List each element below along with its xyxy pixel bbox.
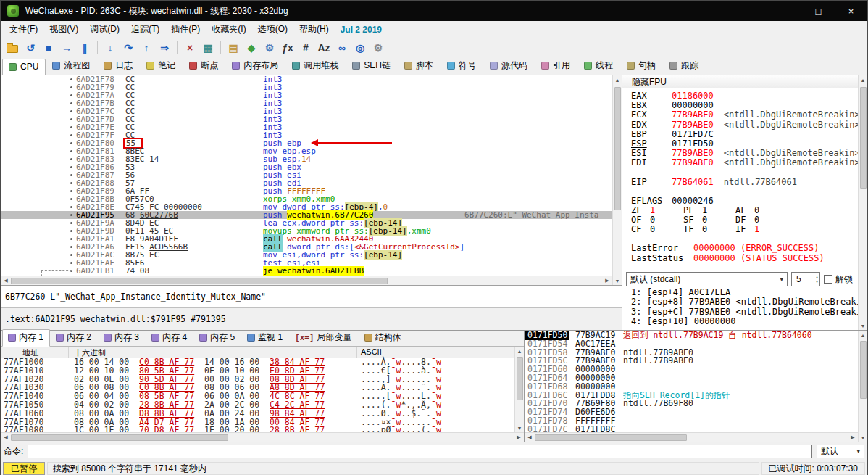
stack-row[interactable]: 0171FD5077B9AC19返回到 ntdll.77B9AC19 自 ntd…: [525, 331, 858, 340]
tab-dump-1[interactable]: 内存 1: [2, 329, 50, 347]
register-row[interactable]: EDI77B9ABE0<ntdll.DbgUiRemoteBreakin>: [631, 158, 858, 168]
horizontal-scrollbar[interactable]: ◀▶: [525, 432, 858, 442]
scroll-arrow-icon[interactable]: ▼: [613, 276, 622, 285]
tab-struct[interactable]: 结构体: [359, 329, 408, 347]
memory-row[interactable]: 77AF10801C 00 1E 0070 D8 AF 771E 00 20 0…: [1, 426, 514, 432]
stack-row[interactable]: 0171FD5877B9ABE0ntdll.77B9ABE0: [525, 349, 858, 358]
attach-button[interactable]: ∞: [333, 39, 351, 56]
stack-row[interactable]: 0171FD74D60FE6D6: [525, 408, 858, 417]
register-row[interactable]: LastStatus00000000 (STATUS_SUCCESS): [631, 254, 858, 263]
menu-item[interactable]: 插件(P): [165, 21, 206, 38]
tab-handles[interactable]: 句柄: [620, 57, 663, 75]
menu-item[interactable]: 视图(V): [43, 21, 84, 38]
exceptions-button[interactable]: ◆: [243, 39, 260, 56]
column-header-ascii[interactable]: ASCII: [357, 347, 514, 358]
settings-button[interactable]: ⚙: [261, 39, 278, 56]
tab-dump-4[interactable]: 内存 4: [146, 329, 193, 347]
stack-row[interactable]: 0171FD7C0171FD8C: [525, 426, 858, 432]
patches-button[interactable]: ▤: [225, 39, 242, 56]
run-button[interactable]: →: [58, 39, 75, 56]
step-into-button[interactable]: ↓: [101, 39, 119, 56]
scroll-arrow-icon[interactable]: ▼: [859, 321, 867, 330]
tab-graph[interactable]: 流程图: [46, 57, 97, 75]
tab-notes[interactable]: 笔记: [140, 57, 183, 75]
argument-row[interactable]: 4: [esp+10] 00000000: [631, 317, 858, 326]
stack-row[interactable]: 0171FD78FFFFFFFF: [525, 417, 858, 426]
scroll-arrow-icon[interactable]: ◀: [1, 433, 11, 442]
argument-row[interactable]: 1: [esp+4] A0C17EEA: [631, 288, 858, 297]
scroll-thumb[interactable]: [11, 434, 228, 441]
tab-cpu[interactable]: CPU: [2, 59, 46, 75]
minimize-button[interactable]: —: [769, 1, 802, 21]
command-input[interactable]: [28, 445, 812, 458]
stack-row[interactable]: 0171FD6C0171FDD8指向SEH_Record[1]的指针: [525, 392, 858, 400]
scroll-arrow-icon[interactable]: ▲: [515, 347, 524, 355]
scroll-arrow-icon[interactable]: ▶: [514, 433, 524, 442]
register-row[interactable]: ECX77B9ABE0<ntdll.DbgUiRemoteBreakin>: [631, 110, 858, 120]
scroll-thumb[interactable]: [535, 434, 687, 441]
scroll-arrow-icon[interactable]: ▼: [515, 424, 524, 432]
scroll-arrow-icon[interactable]: ▲: [859, 75, 867, 84]
tab-call-stack[interactable]: 调用堆栈: [285, 57, 346, 75]
vertical-scrollbar[interactable]: ▲▼: [858, 331, 867, 442]
vertical-scrollbar[interactable]: ▲▼: [858, 75, 867, 330]
stack-row[interactable]: 0171FD54A0C17EEA: [525, 340, 858, 349]
stack-row[interactable]: 0171FD7077B69F80ntdll.77B69F80: [525, 400, 858, 408]
calling-convention-select[interactable]: 默认 (stdcall) ▾: [626, 272, 788, 286]
scroll-arrow-icon[interactable]: ◀: [1, 276, 11, 285]
search-button[interactable]: ◎: [351, 39, 369, 56]
stack-row[interactable]: 0171FD6000000000: [525, 365, 858, 374]
memory-map-button[interactable]: ▦: [199, 39, 217, 56]
tab-locals[interactable]: [x=]局部变量: [289, 329, 359, 347]
menu-item[interactable]: 帮助(H): [293, 21, 335, 38]
tab-dump-3[interactable]: 内存 3: [98, 329, 146, 347]
scroll-thumb[interactable]: [517, 357, 523, 400]
scroll-thumb[interactable]: [614, 87, 621, 210]
step-over-button[interactable]: ↷: [120, 39, 137, 56]
scroll-arrow-icon[interactable]: ▲: [613, 75, 622, 84]
scroll-thumb[interactable]: [860, 87, 867, 189]
maximize-button[interactable]: □: [802, 1, 835, 21]
scroll-thumb[interactable]: [860, 341, 867, 399]
preferences-button[interactable]: ⚙: [370, 39, 387, 56]
run-to-user-code-button[interactable]: ⇒: [156, 39, 173, 56]
argument-row[interactable]: 3: [esp+C] 77B9ABE0 <ntdll.DbgUiRemoteBr…: [631, 307, 858, 317]
pause-button[interactable]: ∥: [76, 39, 93, 56]
menu-item[interactable]: 调试(D): [84, 21, 125, 38]
vertical-scrollbar[interactable]: ▲▼: [612, 75, 622, 285]
strings-button[interactable]: Az: [315, 39, 333, 56]
flags-row[interactable]: CF0TF0IF1: [631, 225, 858, 234]
menu-item[interactable]: 文件(F): [4, 21, 43, 38]
execute-till-return-button[interactable]: ↑: [138, 39, 155, 56]
args-count-stepper[interactable]: 5 ▴▾: [791, 272, 820, 286]
scroll-thumb[interactable]: [11, 278, 388, 284]
horizontal-scrollbar[interactable]: ◀▶: [1, 432, 524, 442]
open-file-button[interactable]: [4, 39, 21, 56]
scroll-arrow-icon[interactable]: ▼: [859, 433, 867, 442]
register-row[interactable]: EDX77B9ABE0<ntdll.DbgUiRemoteBreakin>: [631, 120, 858, 130]
column-header-address[interactable]: 地址: [1, 347, 69, 358]
stack-row[interactable]: 0171FD6800000000: [525, 383, 858, 392]
tab-references[interactable]: 引用: [535, 57, 577, 75]
tab-watch-1[interactable]: 监视 1: [241, 329, 289, 347]
restart-button[interactable]: ↺: [22, 39, 39, 56]
close-button[interactable]: ×: [835, 1, 867, 21]
tab-source[interactable]: 源代码: [483, 57, 535, 75]
unlock-checkbox[interactable]: 解锁: [824, 273, 854, 286]
scroll-arrow-icon[interactable]: ▲: [859, 331, 867, 339]
tab-log[interactable]: 日志: [97, 57, 140, 75]
vertical-scrollbar[interactable]: ▲▼: [514, 347, 524, 432]
register-row[interactable]: EBP0171FD7C: [631, 130, 858, 139]
tab-seh[interactable]: SEH链: [346, 57, 398, 75]
close-process-button[interactable]: ×: [181, 39, 199, 56]
menu-item[interactable]: 收藏夹(I): [206, 21, 251, 38]
tab-breakpoints[interactable]: 断点: [183, 57, 225, 75]
scroll-arrow-icon[interactable]: ▶: [848, 433, 858, 442]
tab-dump-5[interactable]: 内存 5: [193, 329, 241, 347]
tab-threads[interactable]: 线程: [577, 57, 620, 75]
calculator-button[interactable]: #: [297, 39, 314, 56]
hide-fpu-button[interactable]: 隐藏FPU: [622, 75, 858, 88]
argument-row[interactable]: 2: [esp+8] 77B9ABE0 <ntdll.DbgUiRemoteBr…: [631, 297, 858, 307]
menu-item[interactable]: 选项(O): [252, 21, 293, 38]
register-row[interactable]: EAX01186000: [631, 91, 858, 101]
